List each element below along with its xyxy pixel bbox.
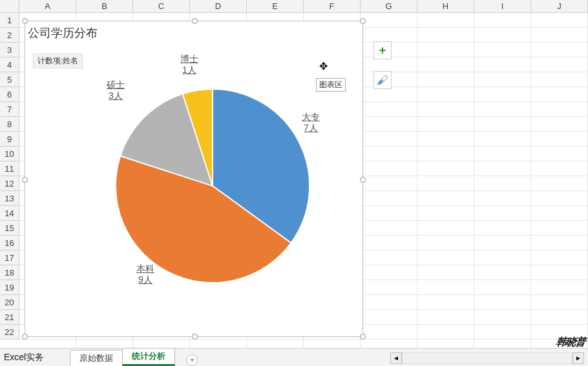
row-header[interactable]: 15 <box>0 221 19 236</box>
row-header[interactable]: 12 <box>0 176 19 191</box>
row-header[interactable]: 6 <box>0 87 19 102</box>
row-header[interactable]: 21 <box>0 310 19 325</box>
new-sheet-button[interactable]: + <box>186 354 198 366</box>
resize-handle[interactable] <box>22 334 28 340</box>
slice-label: 大专7人 <box>302 112 320 134</box>
sheet-tab-active[interactable]: 统计分析 <box>122 348 175 366</box>
status-bar: Excel实务 原始数据 统计分析 + ◄ ► <box>0 348 588 366</box>
col-header[interactable]: F <box>304 0 361 12</box>
row-header[interactable]: 18 <box>0 265 19 280</box>
row-header[interactable]: 5 <box>0 72 19 87</box>
chart-field-button[interactable]: 计数项:姓名 <box>33 54 83 68</box>
row-header[interactable]: 2 <box>0 28 19 43</box>
row-header[interactable]: 4 <box>0 57 19 72</box>
slice-label: 本科9人 <box>136 263 154 285</box>
col-header[interactable]: G <box>361 0 417 12</box>
column-header-row: A B C D E F G H I J K <box>0 0 588 13</box>
row-header[interactable]: 20 <box>0 295 19 310</box>
sheet-tab[interactable]: 原始数据 <box>70 350 123 366</box>
row-header[interactable]: 19 <box>0 280 19 295</box>
col-header[interactable]: D <box>190 0 247 12</box>
row-header[interactable]: 9 <box>0 132 19 147</box>
resize-handle[interactable] <box>192 18 198 24</box>
row-header[interactable]: 10 <box>0 147 19 161</box>
horizontal-scrollbar[interactable]: ◄ ► <box>390 352 584 365</box>
chart-styles-button[interactable]: 🖌 <box>373 71 392 89</box>
resize-handle[interactable] <box>22 177 28 183</box>
sheet-tabs: 原始数据 统计分析 + <box>70 349 198 366</box>
select-all-corner[interactable] <box>0 0 19 12</box>
row-header[interactable]: 22 <box>0 325 19 340</box>
footer-label: Excel实务 <box>4 352 44 363</box>
col-header[interactable]: B <box>76 0 133 12</box>
chart-title: 公司学历分布 <box>28 25 98 41</box>
col-header[interactable]: A <box>19 0 76 12</box>
pie-chart[interactable] <box>116 89 310 283</box>
chart-container[interactable]: 公司学历分布 计数项:姓名 大专7人本科9人硕士3人博士1人 ✥ 图表区 <box>25 21 363 337</box>
scroll-left-button[interactable]: ◄ <box>390 352 402 364</box>
resize-handle[interactable] <box>22 18 28 24</box>
col-header[interactable]: E <box>247 0 304 12</box>
col-header[interactable]: C <box>133 0 190 12</box>
resize-handle[interactable] <box>360 18 366 24</box>
row-header[interactable]: 17 <box>0 250 19 265</box>
scroll-track[interactable] <box>402 352 572 364</box>
col-header[interactable]: I <box>474 0 531 12</box>
row-header[interactable]: 8 <box>0 117 19 132</box>
col-header[interactable]: J <box>531 0 588 12</box>
resize-handle[interactable] <box>192 334 198 340</box>
resize-handle[interactable] <box>360 334 366 340</box>
slice-label: 博士1人 <box>180 54 198 76</box>
row-header[interactable]: 13 <box>0 191 19 206</box>
resize-handle[interactable] <box>360 177 366 183</box>
row-header-col: 12345678910111213141516171819202122 <box>0 13 19 340</box>
row-header[interactable]: 3 <box>0 43 19 57</box>
row-header[interactable]: 1 <box>0 13 19 28</box>
row-header[interactable]: 14 <box>0 206 19 221</box>
chart-elements-button[interactable]: + <box>373 41 392 59</box>
scroll-right-button[interactable]: ► <box>572 352 584 364</box>
watermark: 韩晓普 <box>556 336 587 349</box>
move-cursor-icon: ✥ <box>319 60 328 72</box>
row-header[interactable]: 11 <box>0 161 19 176</box>
chart-tooltip: 图表区 <box>316 78 346 92</box>
row-header[interactable]: 7 <box>0 102 19 117</box>
row-header[interactable]: 16 <box>0 236 19 250</box>
slice-label: 硕士3人 <box>107 79 125 101</box>
col-header[interactable]: H <box>417 0 474 12</box>
